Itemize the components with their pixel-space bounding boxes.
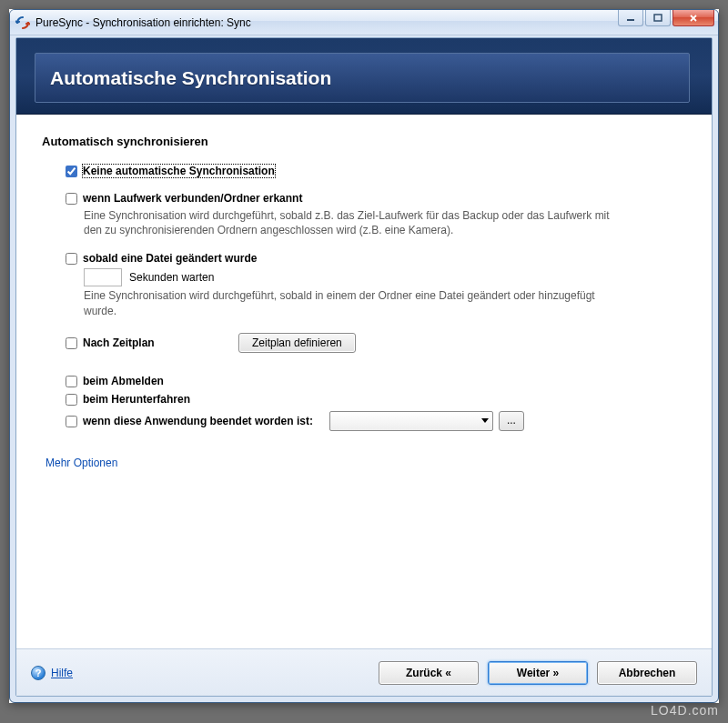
window: PureSync - Synchronisation einrichten: S… — [9, 9, 719, 703]
back-button[interactable]: Zurück « — [379, 661, 479, 685]
label-drive-connected[interactable]: wenn Laufwerk verbunden/Ordner erkannt — [83, 192, 302, 205]
chevron-down-icon — [481, 418, 489, 423]
minimize-button[interactable] — [618, 10, 643, 26]
cancel-button[interactable]: Abbrechen — [597, 661, 697, 685]
svg-rect-1 — [654, 15, 662, 21]
app-icon — [15, 15, 30, 30]
label-schedule[interactable]: Nach Zeitplan — [83, 336, 155, 349]
maximize-button[interactable] — [645, 10, 671, 26]
close-button[interactable] — [672, 10, 714, 26]
checkbox-no-auto-sync[interactable] — [66, 166, 77, 177]
checkbox-drive-connected[interactable] — [66, 193, 77, 205]
footer: ? Hilfe Zurück « Weiter » Abbrechen — [16, 648, 712, 696]
help-link[interactable]: Hilfe — [51, 667, 73, 679]
seconds-label: Sekunden warten — [129, 271, 214, 284]
titlebar: PureSync - Synchronisation einrichten: S… — [10, 10, 718, 35]
label-no-auto-sync[interactable]: Keine automatische Synchronisation — [83, 165, 275, 177]
banner-inner: Automatische Synchronisation — [35, 53, 690, 103]
window-title: PureSync - Synchronisation einrichten: S… — [35, 16, 251, 29]
label-shutdown[interactable]: beim Herunterfahren — [83, 393, 190, 406]
desc-drive-connected: Eine Synchronisation wird durchgeführt, … — [84, 208, 630, 237]
checkbox-app-exit[interactable] — [66, 416, 77, 427]
desc-file-changed: Eine Synchronisation wird durchgeführt, … — [84, 288, 630, 317]
define-schedule-button[interactable]: Zeitplan definieren — [238, 333, 356, 353]
label-file-changed[interactable]: sobald eine Datei geändert wurde — [83, 252, 257, 265]
watermark: LO4D.com — [651, 703, 719, 718]
app-dropdown[interactable] — [329, 411, 493, 431]
help-icon: ? — [31, 666, 46, 680]
checkbox-logoff[interactable] — [66, 376, 77, 387]
seconds-input[interactable] — [84, 268, 122, 286]
checkbox-schedule[interactable] — [66, 337, 77, 349]
banner-title: Automatische Synchronisation — [50, 67, 331, 89]
window-controls — [616, 10, 714, 26]
browse-button[interactable]: ... — [499, 411, 524, 431]
more-options-link[interactable]: Mehr Optionen — [46, 457, 117, 469]
banner: Automatische Synchronisation — [16, 38, 712, 115]
body: Automatisch synchronisieren Keine automa… — [16, 115, 712, 648]
next-button[interactable]: Weiter » — [488, 661, 588, 685]
label-app-exit[interactable]: wenn diese Anwendung beendet worden ist: — [83, 415, 313, 427]
checkbox-file-changed[interactable] — [66, 253, 77, 265]
checkbox-shutdown[interactable] — [66, 394, 77, 406]
label-logoff[interactable]: beim Abmelden — [83, 375, 164, 387]
section-heading: Automatisch synchronisieren — [42, 135, 686, 148]
client-area: Automatische Synchronisation Automatisch… — [15, 37, 713, 697]
svg-rect-0 — [627, 19, 634, 21]
